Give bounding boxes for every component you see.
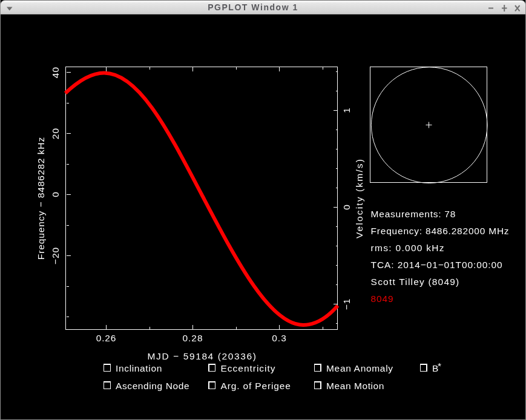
svg-text:Mean Anomaly: Mean Anomaly [326, 363, 393, 373]
svg-text:MJD − 59184 (20336): MJD − 59184 (20336) [148, 351, 257, 361]
svg-text:Frequency: 8486.282000 MHz: Frequency: 8486.282000 MHz [371, 226, 510, 236]
svg-text:Scott Tilley (8049): Scott Tilley (8049) [371, 277, 460, 287]
svg-text:0: 0 [50, 192, 61, 197]
svg-text:0.26: 0.26 [96, 333, 116, 343]
svg-text:1: 1 [341, 108, 352, 113]
svg-text:−20: −20 [50, 247, 61, 264]
svg-text:rms: 0.000 kHz: rms: 0.000 kHz [371, 243, 445, 253]
svg-text:Velocity (km/s): Velocity (km/s) [354, 158, 364, 238]
svg-text:Eccentricity: Eccentricity [221, 363, 276, 373]
svg-text:8049: 8049 [371, 294, 394, 304]
svg-text:Ascending Node: Ascending Node [116, 381, 189, 391]
svg-text:Mean Motion: Mean Motion [326, 381, 384, 391]
svg-text:Measurements: 78: Measurements: 78 [371, 209, 456, 219]
svg-text:−1: −1 [341, 298, 352, 310]
svg-text:Arg. of Perigee: Arg. of Perigee [221, 381, 291, 391]
svg-text:20: 20 [50, 128, 61, 139]
svg-text:0.3: 0.3 [272, 333, 286, 343]
svg-text:0.28: 0.28 [183, 333, 203, 343]
svg-text:TCA: 2014−01−01T00:00:00: TCA: 2014−01−01T00:00:00 [371, 260, 503, 270]
svg-text:*: * [438, 361, 441, 371]
svg-text:40: 40 [50, 67, 61, 78]
svg-text:Frequency − 8486282 kHz: Frequency − 8486282 kHz [36, 137, 46, 260]
svg-text:Inclination: Inclination [116, 363, 162, 373]
svg-text:0: 0 [341, 205, 352, 210]
